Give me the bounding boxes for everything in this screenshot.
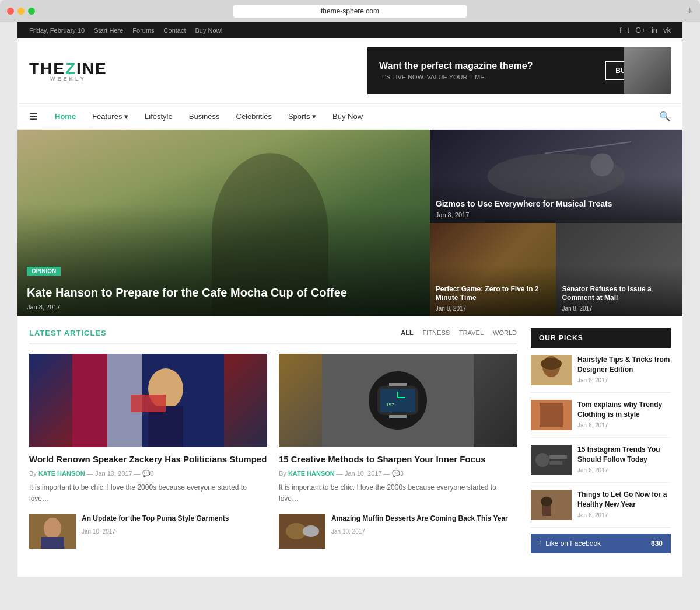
small-article-2-title[interactable]: Amazing Muffin Desserts Are Coming Back … xyxy=(331,514,508,524)
facebook-like-button[interactable]: f Like on Facebook 830 xyxy=(531,534,671,553)
hero-bottom-right-date: Jan 8, 2017 xyxy=(562,305,677,312)
hero-bottom-left-date: Jan 8, 2017 xyxy=(436,305,551,312)
sidebar-pick-2-image[interactable] xyxy=(531,400,572,430)
facebook-social-link[interactable]: f xyxy=(620,26,622,34)
sidebar-pick-2-date: Jan 6, 2017 xyxy=(578,422,671,428)
svg-point-23 xyxy=(303,525,319,537)
sidebar-pick-3-date: Jan 6, 2017 xyxy=(578,467,671,473)
svg-rect-7 xyxy=(148,406,183,447)
linkedin-social-link[interactable]: in xyxy=(652,26,657,34)
hero-bottom-right-text: Senator Refuses to Issue a Comment at Ma… xyxy=(562,285,677,312)
site-header: THEZINE WEEKLY Want the perfect magazine… xyxy=(18,38,682,104)
sidebar-pick-4-image[interactable] xyxy=(531,490,572,520)
filter-world[interactable]: WORLD xyxy=(493,328,517,337)
article-1-meta: By KATE HANSON — Jan 10, 2017 — 💬3 xyxy=(29,470,267,477)
small-article-2-image[interactable] xyxy=(279,514,326,549)
filter-fitness[interactable]: FITNESS xyxy=(423,328,450,337)
hero-bottom-right-article[interactable]: Senator Refuses to Issue a Comment at Ma… xyxy=(556,223,682,316)
googleplus-social-link[interactable]: G+ xyxy=(635,26,646,34)
sidebar-pick-1-title[interactable]: Hairstyle Tips & Tricks from Designer Ed… xyxy=(578,355,671,375)
nav-links: Home Features ▾ Lifestyle Business Celeb… xyxy=(47,104,659,129)
article-2-author[interactable]: KATE HANSON xyxy=(288,470,335,477)
sidebar-pick-4-title[interactable]: Things to Let Go Now for a Healthy New Y… xyxy=(578,490,671,510)
browser-window: + xyxy=(0,0,700,22)
sidebar-pick-3-title[interactable]: 15 Instagram Trends You Should Follow To… xyxy=(578,445,671,465)
nav-item-sports[interactable]: Sports ▾ xyxy=(280,104,324,129)
facebook-button-left: f Like on Facebook xyxy=(539,539,601,548)
article-2-image[interactable]: 157 xyxy=(279,354,517,447)
hero-bottom-left-article[interactable]: Perfect Game: Zero to Five in 2 Minute T… xyxy=(430,223,556,316)
hero-bottom-row: Perfect Game: Zero to Five in 2 Minute T… xyxy=(430,223,682,316)
hero-main-title: Kate Hanson to Prepare for the Cafe Moch… xyxy=(27,285,421,300)
banner-image xyxy=(624,47,671,94)
forums-link[interactable]: Forums xyxy=(132,27,154,34)
nav-item-business[interactable]: Business xyxy=(181,104,228,129)
url-input[interactable] xyxy=(233,5,467,18)
sidebar-pick-1-content: Hairstyle Tips & Tricks from Designer Ed… xyxy=(578,355,671,385)
facebook-label: Like on Facebook xyxy=(545,539,601,548)
svg-line-2 xyxy=(545,142,631,154)
search-icon[interactable]: 🔍 xyxy=(659,111,671,122)
our-picks-header: OUR PICKS xyxy=(531,328,671,348)
svg-rect-32 xyxy=(550,461,562,465)
nav-item-lifestyle[interactable]: Lifestyle xyxy=(136,104,181,129)
article-1-excerpt: It is important to be chic. I love the 2… xyxy=(29,482,267,504)
hero-main-article[interactable]: OPINION Kate Hanson to Prepare for the C… xyxy=(18,130,430,316)
article-card-2: 157 15 Creative Methods to Sharpen Your … xyxy=(279,354,517,549)
hero-main-date: Jan 8, 2017 xyxy=(27,304,61,311)
nav-item-features[interactable]: Features ▾ xyxy=(84,104,136,129)
svg-text:157: 157 xyxy=(386,402,394,407)
website-container: Friday, February 10 Start Here Forums Co… xyxy=(18,22,682,577)
address-bar[interactable] xyxy=(7,5,693,18)
header-banner[interactable]: Want the perfect magazine theme? IT'S LI… xyxy=(368,47,671,94)
sidebar-pick-3-image[interactable] xyxy=(531,445,572,475)
sidebar-pick-2-content: Tom explains why Trendy Clothing is in s… xyxy=(578,400,671,430)
our-picks-section: OUR PICKS Hairstyle Tips & Tricks from D… xyxy=(531,328,671,553)
hero-top-right-article[interactable]: Gizmos to Use Everywhere for Musical Tre… xyxy=(430,130,682,223)
filter-travel[interactable]: TRAVEL xyxy=(459,328,484,337)
article-1-image[interactable] xyxy=(29,354,267,447)
svg-rect-8 xyxy=(131,395,166,412)
new-tab-button[interactable]: + xyxy=(687,5,693,18)
svg-point-26 xyxy=(541,358,562,370)
svg-point-10 xyxy=(44,518,61,539)
site-logo[interactable]: THEZINE WEEKLY xyxy=(29,60,107,82)
articles-grid: World Renown Speaker Zackery Has Politic… xyxy=(29,354,517,549)
close-button[interactable] xyxy=(7,8,14,15)
svg-rect-28 xyxy=(540,403,563,427)
top-bar-social: f t G+ in vk xyxy=(620,26,671,34)
articles-section: LATEST ARTICLES ALL FITNESS TRAVEL WORLD xyxy=(29,328,517,565)
filter-all[interactable]: ALL xyxy=(401,328,413,337)
top-bar-left: Friday, February 10 Start Here Forums Co… xyxy=(29,27,223,34)
sidebar-pick-4-date: Jan 6, 2017 xyxy=(578,512,671,518)
twitter-social-link[interactable]: t xyxy=(628,26,630,34)
sidebar-pick-1: Hairstyle Tips & Tricks from Designer Ed… xyxy=(531,348,671,393)
nav-item-buynow[interactable]: Buy Now xyxy=(324,104,371,129)
small-article-1-image[interactable] xyxy=(29,514,76,549)
nav-item-home[interactable]: Home xyxy=(47,104,84,129)
sidebar-pick-4: Things to Let Go Now for a Healthy New Y… xyxy=(531,483,671,528)
article-1-title[interactable]: World Renown Speaker Zackery Has Politic… xyxy=(29,453,267,465)
small-article-1-title[interactable]: An Update for the Top Puma Style Garment… xyxy=(82,514,229,524)
hero-bottom-left-title: Perfect Game: Zero to Five in 2 Minute T… xyxy=(436,285,551,303)
start-here-link[interactable]: Start Here xyxy=(94,27,123,34)
sidebar-pick-2: Tom explains why Trendy Clothing is in s… xyxy=(531,393,671,438)
buy-now-top-link[interactable]: Buy Now! xyxy=(195,27,223,34)
maximize-button[interactable] xyxy=(28,8,35,15)
article-1-author[interactable]: KATE HANSON xyxy=(38,470,85,477)
sidebar-pick-1-image[interactable] xyxy=(531,355,572,385)
vk-social-link[interactable]: vk xyxy=(663,26,671,34)
contact-link[interactable]: Contact xyxy=(164,27,186,34)
nav-item-celebrities[interactable]: Celebrities xyxy=(228,104,280,129)
minimize-button[interactable] xyxy=(18,8,24,15)
banner-title: Want the perfect magazine theme? xyxy=(379,61,533,71)
article-card-1: World Renown Speaker Zackery Has Politic… xyxy=(29,354,267,549)
browser-titlebar: + xyxy=(0,5,700,22)
article-2-title[interactable]: 15 Creative Methods to Sharpen Your Inne… xyxy=(279,453,517,465)
section-title-latest: LATEST ARTICLES xyxy=(29,329,107,337)
article-2-excerpt: It is important to be chic. I love the 2… xyxy=(279,482,517,504)
sidebar-pick-2-title[interactable]: Tom explains why Trendy Clothing is in s… xyxy=(578,400,671,420)
hamburger-menu-icon[interactable]: ☰ xyxy=(29,111,37,122)
svg-point-1 xyxy=(590,154,613,176)
hero-right-column: Gizmos to Use Everywhere for Musical Tre… xyxy=(430,130,682,316)
